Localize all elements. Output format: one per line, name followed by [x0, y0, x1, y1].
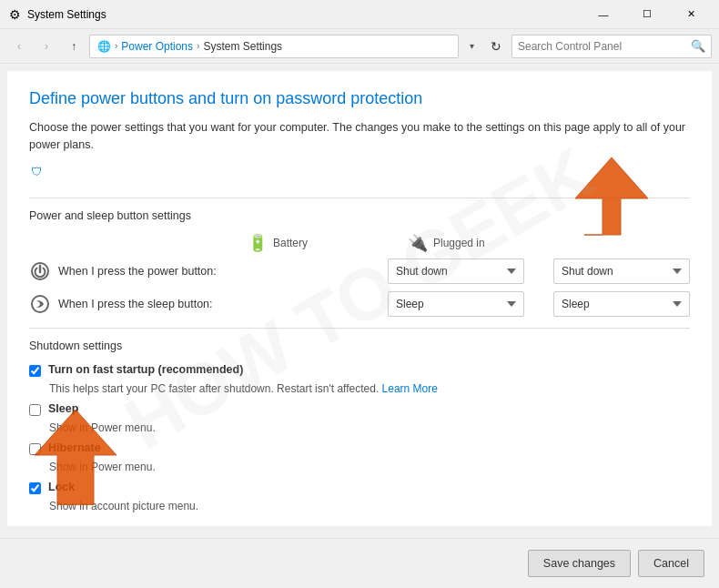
column-headers: 🔋 Battery 🔌 Plugged in: [248, 233, 690, 253]
breadcrumb-power-options[interactable]: Power Options: [121, 40, 193, 53]
cancel-button[interactable]: Cancel: [638, 550, 704, 577]
breadcrumb-current: System Settings: [203, 40, 282, 53]
pluggedin-column-header: 🔌 Plugged in: [408, 233, 553, 253]
save-changes-button[interactable]: Save changes: [528, 550, 631, 577]
lock-checkbox[interactable]: [29, 482, 41, 494]
sleep-checkbox[interactable]: [29, 404, 41, 416]
battery-label: Battery: [273, 237, 308, 249]
power-sleep-header: Power and sleep button settings: [29, 209, 690, 222]
nav-bar: ‹ › ↑ 🌐 › Power Options › System Setting…: [0, 29, 719, 64]
window-controls: — ☐ ✕: [582, 0, 712, 29]
up-button[interactable]: ↑: [62, 35, 86, 58]
sleep-button-icon: [29, 293, 51, 315]
breadcrumb-sep-1: ›: [115, 41, 117, 51]
power-button-battery-select[interactable]: Shut down Sleep Hibernate Turn off the d…: [388, 259, 524, 284]
change-settings-link[interactable]: 🛡: [29, 165, 690, 179]
lock-checkbox-desc: Show in account picture menu.: [49, 500, 690, 512]
sleep-checkbox-label[interactable]: Sleep: [48, 402, 78, 415]
bottom-bar: Save changes Cancel: [0, 538, 719, 588]
power-button-label: When I press the power button:: [58, 265, 380, 278]
sleep-button-plugged-select[interactable]: Sleep Shut down Hibernate Turn off the d…: [553, 291, 690, 317]
hibernate-checkbox-row: Hibernate: [29, 441, 690, 455]
power-button-icon: [29, 260, 51, 282]
power-button-plugged-select[interactable]: Shut down Sleep Hibernate Turn off the d…: [553, 259, 690, 284]
sleep-button-label: When I press the sleep button:: [58, 298, 380, 310]
sleep-icon-svg: [29, 293, 51, 315]
minimize-button[interactable]: —: [582, 0, 624, 29]
fast-startup-label[interactable]: Turn on fast startup (recommended): [48, 363, 243, 376]
close-button[interactable]: ✕: [670, 0, 712, 29]
fast-startup-row: Turn on fast startup (recommended): [29, 363, 690, 377]
forward-button[interactable]: ›: [35, 35, 58, 58]
refresh-button[interactable]: ↻: [484, 35, 508, 58]
pluggedin-icon: 🔌: [408, 233, 428, 253]
sleep-button-row: When I press the sleep button: Sleep Shu…: [29, 291, 690, 317]
hibernate-checkbox-label[interactable]: Hibernate: [48, 441, 101, 454]
fast-startup-checkbox[interactable]: [29, 365, 41, 377]
fast-startup-desc: This helps start your PC faster after sh…: [49, 382, 690, 395]
sleep-checkbox-desc: Show in Power menu.: [49, 421, 690, 434]
shutdown-section: Shutdown settings Turn on fast startup (…: [29, 340, 690, 512]
learn-more-link[interactable]: Learn More: [382, 382, 438, 395]
breadcrumb-bar: 🌐 › Power Options › System Settings: [89, 35, 459, 58]
title-bar: ⚙ System Settings — ☐ ✕: [0, 0, 719, 29]
battery-column-header: 🔋 Battery: [248, 233, 393, 253]
page-description: Choose the power settings that you want …: [29, 119, 690, 154]
search-box: 🔍: [511, 35, 712, 58]
main-content: Define power buttons and turn on passwor…: [7, 71, 712, 526]
shield-icon: 🛡: [29, 165, 44, 179]
breadcrumb-home-icon: 🌐: [97, 40, 111, 53]
section-divider-1: [29, 198, 690, 198]
hibernate-checkbox[interactable]: [29, 443, 41, 455]
shutdown-settings-header: Shutdown settings: [29, 340, 690, 352]
page-title: Define power buttons and turn on passwor…: [29, 89, 690, 108]
breadcrumb-sep-2: ›: [197, 41, 199, 51]
sleep-button-battery-select[interactable]: Sleep Shut down Hibernate Turn off the d…: [388, 291, 524, 317]
lock-checkbox-row: Lock: [29, 481, 690, 494]
lock-checkbox-label[interactable]: Lock: [48, 481, 75, 493]
search-icon: 🔍: [691, 39, 705, 53]
power-button-row: When I press the power button: Shut down…: [29, 259, 690, 284]
back-button[interactable]: ‹: [7, 35, 31, 58]
battery-icon: 🔋: [248, 233, 268, 253]
sleep-checkbox-row: Sleep: [29, 402, 690, 416]
maximize-button[interactable]: ☐: [626, 0, 668, 29]
window-title: System Settings: [27, 8, 582, 21]
pluggedin-label: Plugged in: [433, 237, 485, 249]
section-divider-2: [29, 328, 690, 329]
breadcrumb-dropdown-button[interactable]: ▾: [462, 35, 481, 58]
app-icon: ⚙: [7, 7, 22, 22]
search-input[interactable]: [518, 40, 687, 53]
hibernate-checkbox-desc: Show in Power menu.: [49, 461, 690, 473]
power-icon-svg: [29, 260, 51, 282]
